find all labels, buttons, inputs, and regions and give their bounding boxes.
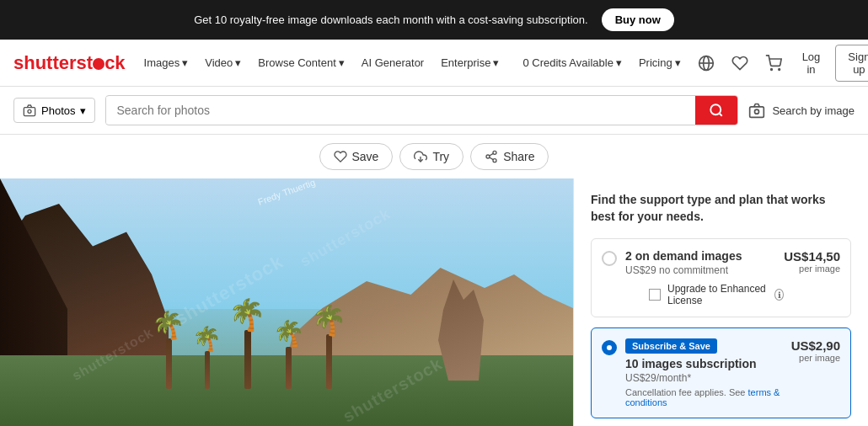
search-type-label: Photos [41, 104, 75, 117]
palm-leaves-3: 🌴 [228, 299, 267, 331]
palm-5: 🌴 [311, 306, 346, 389]
radio-on-demand[interactable] [602, 251, 617, 266]
logo[interactable]: shutterstck [13, 52, 126, 74]
share-icon [485, 150, 498, 163]
svg-point-4 [778, 68, 780, 70]
palm-4: 🌴 [273, 322, 304, 389]
svg-point-13 [486, 155, 490, 158]
palm-leaves-1: 🌴 [151, 310, 187, 339]
chevron-down-icon: ▾ [235, 56, 241, 69]
nav-browse-content[interactable]: Browse Content ▾ [253, 56, 350, 69]
plan-subscription[interactable]: Subscribe & Save 10 images subscription … [591, 327, 851, 418]
nav-video[interactable]: Video ▾ [200, 56, 246, 69]
svg-point-10 [755, 109, 759, 114]
banner-text: Get 10 royalty-free image downloads each… [194, 13, 588, 26]
palm-trunk-2 [205, 351, 210, 389]
globe-icon[interactable] [693, 50, 720, 77]
subscribe-save-badge: Subscribe & Save [625, 338, 717, 354]
plan-subscription-name: 10 images subscription [625, 357, 791, 370]
nav-images[interactable]: Images ▾ [139, 56, 194, 69]
wishlist-icon[interactable] [726, 50, 753, 77]
login-button[interactable]: Log in [794, 45, 829, 81]
try-button[interactable]: Try [399, 143, 463, 170]
plan-subscription-details: Subscribe & Save 10 images subscription … [625, 338, 791, 407]
palm-1: 🌴 [152, 312, 185, 389]
svg-point-6 [28, 109, 31, 113]
camera-icon [23, 104, 36, 117]
search-type-selector[interactable]: Photos ▾ [13, 98, 95, 123]
search-bar: Photos ▾ Search by image [0, 87, 868, 135]
license-row: Upgrade to Enhanced License ℹ [649, 283, 784, 306]
main-image: 🌴 🌴 🌴 🌴 [0, 178, 573, 426]
plan-subscription-sub: US$29/month* [625, 372, 791, 384]
panel-title: Find the support type and plan that work… [591, 192, 851, 225]
scene: 🌴 🌴 🌴 🌴 [0, 178, 573, 426]
palm-leaves-2: 🌴 [192, 327, 222, 351]
nav-ai-generator[interactable]: AI Generator [356, 56, 429, 69]
download-icon [414, 150, 427, 163]
svg-point-12 [493, 151, 496, 154]
palm-trunk-5 [326, 334, 332, 389]
plan-on-demand-price: US$14,50 per image [784, 249, 840, 274]
heart-icon [334, 150, 347, 163]
svg-rect-9 [750, 107, 764, 117]
nav-enterprise[interactable]: Enterprise ▾ [436, 56, 504, 69]
svg-line-8 [720, 113, 722, 115]
palm-trees: 🌴 🌴 🌴 🌴 [152, 300, 346, 389]
nav-pricing[interactable]: Pricing ▾ [634, 56, 686, 69]
search-by-image[interactable]: Search by image [748, 102, 855, 119]
palm-leaves-5: 🌴 [310, 304, 348, 336]
plan-on-demand[interactable]: 2 on demand images US$29 no commitment U… [591, 238, 851, 317]
chevron-down-icon: ▾ [675, 56, 681, 69]
image-area: 🌴 🌴 🌴 🌴 [0, 178, 573, 426]
enhanced-license-checkbox[interactable] [649, 289, 661, 301]
svg-point-7 [711, 104, 721, 114]
buy-now-button[interactable]: Buy now [602, 8, 674, 31]
search-input-wrapper [105, 95, 738, 125]
palm-trunk-1 [166, 338, 172, 389]
radio-subscription[interactable] [602, 340, 617, 355]
chevron-down-icon: ▾ [80, 104, 86, 117]
info-icon[interactable]: ℹ [774, 289, 784, 301]
enhanced-license-label: Upgrade to Enhanced License [667, 283, 768, 306]
search-input[interactable] [106, 97, 695, 124]
svg-line-15 [490, 157, 494, 160]
search-by-image-label: Search by image [772, 104, 855, 117]
plan-on-demand-sub: US$29 no commitment [625, 264, 784, 276]
right-panel: Find the support type and plan that work… [573, 178, 868, 426]
plan-on-demand-details: 2 on demand images US$29 no commitment U… [625, 249, 784, 306]
chevron-down-icon: ▾ [493, 56, 499, 69]
search-button[interactable] [695, 96, 737, 125]
plan-on-demand-name: 2 on demand images [625, 249, 784, 263]
save-button[interactable]: Save [319, 143, 394, 170]
chevron-down-icon: ▾ [339, 56, 345, 69]
palm-leaves-4: 🌴 [271, 320, 306, 349]
camera-search-icon [748, 102, 765, 119]
navbar: shutterstck Images ▾ Video ▾ Browse Cont… [0, 40, 868, 87]
share-button[interactable]: Share [470, 143, 549, 170]
cancellation-note: Cancellation fee applies. See terms & co… [625, 387, 791, 407]
cart-icon[interactable] [760, 50, 787, 77]
svg-rect-5 [24, 108, 35, 116]
chevron-down-icon: ▾ [182, 56, 188, 69]
palm-trunk-3 [244, 330, 251, 389]
palm-3: 🌴 [228, 300, 266, 389]
search-icon [709, 103, 724, 118]
svg-point-3 [770, 68, 772, 70]
action-row: Save Try Share [0, 135, 868, 178]
svg-point-14 [493, 159, 496, 162]
top-banner: Get 10 royalty-free image downloads each… [0, 0, 868, 40]
main-content: 🌴 🌴 🌴 🌴 [0, 178, 868, 426]
plan-subscription-price: US$2,90 per image [791, 338, 840, 363]
palm-2: 🌴 [192, 327, 222, 389]
svg-line-16 [490, 153, 494, 156]
signup-button[interactable]: Sign up [835, 45, 868, 82]
nav-credits[interactable]: 0 Credits Available ▾ [517, 56, 626, 69]
chevron-down-icon: ▾ [616, 56, 622, 69]
palm-trunk-4 [286, 347, 292, 389]
